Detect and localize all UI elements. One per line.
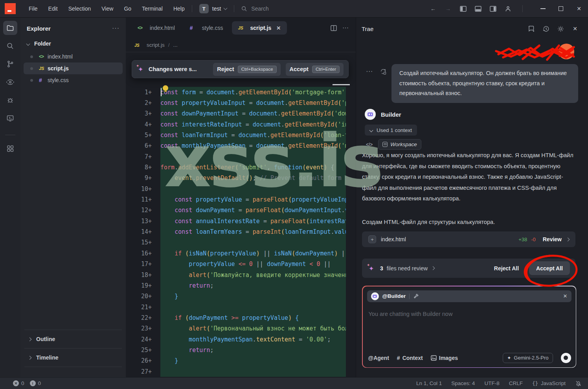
toggle-bottom-panel-button[interactable]: [470, 3, 485, 15]
search-box[interactable]: Search: [241, 6, 268, 12]
chevron-right-icon[interactable]: [431, 266, 435, 270]
quick-fix-lightbulb-icon[interactable]: [163, 85, 168, 91]
retry-icon[interactable]: [380, 68, 387, 75]
outline-section[interactable]: Outline: [24, 330, 122, 348]
sidebar-file-index-html[interactable]: <> index.html: [24, 51, 123, 62]
code-line[interactable]: 9+ event.preventDefault(); // Prevent de…: [126, 173, 356, 183]
search-panel-icon[interactable]: [3, 39, 17, 53]
code-line[interactable]: 17+ propertyValue <= 0 || downPayment < …: [126, 259, 356, 270]
nav-forward-button[interactable]: →: [441, 3, 456, 15]
menu-terminal[interactable]: Terminal: [142, 6, 163, 12]
close-panel-icon[interactable]: ✕: [571, 24, 579, 33]
explorer-more-button[interactable]: ···: [112, 25, 119, 32]
code-line[interactable]: 11+ const propertyValue = parseFloat(pro…: [126, 194, 356, 205]
terminal-monitor-icon[interactable]: [3, 111, 17, 125]
menu-go[interactable]: Go: [124, 6, 131, 12]
code-line[interactable]: 10+: [126, 183, 356, 194]
accept-all-button[interactable]: Accept All: [529, 261, 570, 275]
source-control-icon[interactable]: [3, 57, 17, 71]
code-line[interactable]: 6+const monthlyPaymentSpan = document.ge…: [126, 141, 356, 151]
model-selector[interactable]: ✦ Gemini-2.5-Pro: [503, 353, 553, 363]
account-icon[interactable]: [500, 3, 515, 15]
workspace-badge[interactable]: T: [199, 4, 209, 13]
folder-tree-item[interactable]: Folder: [20, 37, 126, 51]
extensions-grid-icon[interactable]: [3, 141, 17, 156]
code-line[interactable]: 13+ const annualInterestRate = parseFloa…: [126, 216, 356, 226]
split-editor-icon[interactable]: [331, 25, 337, 31]
tab-style-css[interactable]: # style.css: [184, 21, 230, 35]
message-more-icon[interactable]: ⋯: [366, 67, 373, 75]
code-line[interactable]: 20+ }: [126, 291, 356, 302]
reject-all-button[interactable]: Reject All: [494, 265, 519, 272]
toggle-right-sidebar-button[interactable]: [485, 3, 500, 15]
code-line[interactable]: 16+ if (isNaN(propertyValue) || isNaN(do…: [126, 248, 356, 259]
window-maximize-button[interactable]: [552, 0, 570, 17]
new-chat-icon[interactable]: [527, 24, 536, 33]
code-line[interactable]: 22+ if (downPayment >= propertyValue) {: [126, 312, 356, 323]
code-line[interactable]: 4+const interestRateInput = document.get…: [126, 119, 356, 130]
breadcrumb[interactable]: JS script.js / ...: [126, 38, 356, 52]
indentation[interactable]: Spaces: 4: [451, 380, 475, 386]
code-editor[interactable]: 1+const form = document.getElementById('…: [126, 82, 356, 377]
window-minimize-button[interactable]: [534, 0, 552, 17]
debug-icon[interactable]: [3, 93, 17, 107]
code-line[interactable]: 1+const form = document.getElementById('…: [126, 87, 356, 97]
code-line[interactable]: 19+ return;: [126, 280, 356, 291]
code-line[interactable]: 3+const downPaymentInput = document.getE…: [126, 108, 356, 119]
images-button[interactable]: Images: [431, 355, 458, 361]
eol-sequence[interactable]: CRLF: [509, 380, 523, 386]
chat-input-box[interactable]: @Builder ✕ You are chatting with Builder…: [363, 286, 576, 367]
scrollbar-handle[interactable]: [333, 84, 350, 85]
code-line[interactable]: 5+const loanTermInput = document.getElem…: [126, 130, 356, 140]
changed-file-card[interactable]: + index.html +38 -0 Review: [362, 231, 575, 247]
code-line[interactable]: 24+ monthlyPaymentSpan.textContent = '0.…: [126, 334, 356, 345]
sidebar-file-style-css[interactable]: # style.css: [24, 74, 123, 86]
timeline-section[interactable]: Timeline: [24, 348, 122, 367]
remove-mention-icon[interactable]: ✕: [563, 293, 568, 299]
menu-help[interactable]: Help: [173, 6, 185, 12]
menu-edit[interactable]: Edit: [48, 6, 58, 12]
accept-button[interactable]: Accept Ctrl+Enter: [286, 63, 344, 76]
errors-icon[interactable]: ✕: [13, 380, 19, 386]
language-mode[interactable]: {} JavaScript: [532, 380, 566, 386]
code-line[interactable]: 18+ alert('Пожалуйста, введите корректны…: [126, 270, 356, 280]
code-line[interactable]: 2+const propertyValueInput = document.ge…: [126, 97, 356, 108]
used-context-toggle[interactable]: Used 1 context: [365, 125, 417, 136]
context-selector[interactable]: #Context: [397, 355, 423, 361]
workspace-name[interactable]: test: [212, 6, 221, 12]
tab-close-icon[interactable]: ✕: [276, 25, 281, 31]
menu-file[interactable]: File: [29, 6, 38, 12]
code-line[interactable]: 27+: [126, 366, 356, 377]
menu-selection[interactable]: Selection: [68, 6, 91, 12]
warnings-icon[interactable]: !: [30, 380, 36, 386]
agent-selector[interactable]: @Agent: [368, 355, 389, 361]
workspace-chip[interactable]: Workspace: [378, 139, 421, 150]
toggle-left-sidebar-button[interactable]: [456, 3, 470, 15]
code-line[interactable]: 7+: [126, 151, 356, 162]
settings-gear-icon[interactable]: [556, 24, 565, 33]
window-close-button[interactable]: ✕: [570, 0, 588, 17]
send-button[interactable]: [561, 353, 571, 363]
preview-eye-icon[interactable]: [3, 75, 17, 89]
reject-button[interactable]: Reject Ctrl+Backspace: [213, 63, 280, 76]
sidebar-file-script-js[interactable]: JS script.js: [24, 62, 123, 74]
cursor-position[interactable]: Ln 1, Col 1: [416, 380, 442, 386]
history-icon[interactable]: [542, 24, 550, 33]
review-link[interactable]: Review: [543, 236, 562, 242]
code-line[interactable]: 8+form.addEventListener('submit', functi…: [126, 162, 356, 172]
notifications-muted-icon[interactable]: [575, 380, 582, 387]
code-line[interactable]: 12+ const downPayment = parseFloat(downP…: [126, 205, 356, 216]
nav-back-button[interactable]: ←: [426, 3, 441, 15]
tab-script-js[interactable]: JS script.js ✕: [232, 21, 287, 35]
tab-index-html[interactable]: <> index.html: [131, 21, 181, 35]
code-line[interactable]: 25+ return;: [126, 345, 356, 355]
editor-more-button[interactable]: ···: [342, 24, 349, 31]
code-line[interactable]: 15+: [126, 237, 356, 248]
code-line[interactable]: 21+: [126, 302, 356, 312]
code-line[interactable]: 23+ alert('Первоначальный взнос не может…: [126, 323, 356, 334]
menu-view[interactable]: View: [101, 6, 113, 12]
code-line[interactable]: 14+ const loanTermYears = parseInt(loanT…: [126, 226, 356, 237]
encoding[interactable]: UTF-8: [484, 380, 499, 386]
code-line[interactable]: 26+ }: [126, 356, 356, 366]
explorer-icon[interactable]: [3, 21, 17, 35]
